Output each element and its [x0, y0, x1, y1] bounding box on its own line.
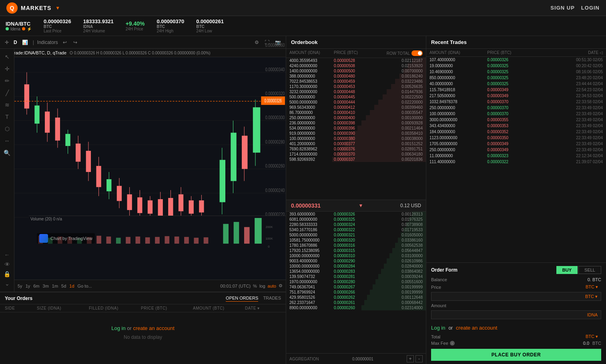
orderbook-buy-row[interactable]: 9003.40000000 0.00000290 0.02610986 [286, 258, 426, 264]
ob-agg-plus[interactable]: + [407, 355, 414, 362]
goto-btn[interactable]: Go to... [78, 284, 92, 288]
orderbook-buy-row[interactable]: 262.23371647 0.00000261 0.00068442 [286, 300, 426, 305]
orderbook-sell-row[interactable]: 388.00000000 0.00000480 0.00186240 [286, 74, 426, 79]
orderbook-header: Orderbook [286, 36, 426, 49]
rt-date: 21:39:07 02/04 [545, 160, 603, 164]
orderbook-buy-row[interactable]: 1970.00000000 0.00000280 0.00551600 [286, 279, 426, 284]
crosshair-tool[interactable]: ✛ [2, 64, 13, 74]
orderbook-sell-row[interactable]: 86.70000000 0.00000410 0.00035547 [286, 110, 426, 115]
orderbook-sell-row[interactable]: 969.56343000 0.00000412 0.00399460 [286, 105, 426, 110]
log-btn[interactable]: log [259, 284, 265, 288]
signup-button[interactable]: SIGN UP [550, 5, 574, 11]
orderbook-buy-row[interactable]: 8900.00000000 0.00000260 0.02314000 [286, 305, 426, 310]
orderbook-sell-row[interactable]: 534.00000000 0.00000396 0.00211464 [286, 126, 426, 131]
orderbook-buy-row[interactable]: 13654.00000000 0.00000283 0.03864082 [286, 269, 426, 274]
recent-trade-row: 250.00000000 0.00000349 22:33:49 02/04 [426, 147, 606, 153]
orderbook-sell-row[interactable]: 100.00000000 0.00000380 0.00038000 [286, 136, 426, 141]
lock-tool[interactable]: 🔒 [2, 269, 13, 279]
orderbook-sell-row[interactable]: 3232.00000000 0.00000448 0.01447936 [286, 89, 426, 94]
timeframe-1y[interactable]: 1y [26, 284, 30, 288]
orderbook-sell-row[interactable]: 1170.30000000 0.00000453 0.00526635 [286, 84, 426, 89]
svg-rect-50 [189, 200, 194, 214]
orderbook-buy-row[interactable]: 751.87969924 0.00000266 0.00199999 [286, 290, 426, 295]
percent-btn[interactable]: % [253, 284, 257, 288]
pattern-tool[interactable]: ⬡ [2, 124, 13, 134]
pen-tool[interactable]: ✏ [2, 76, 13, 86]
orderbook-sell-row[interactable]: 236.00000000 0.00000398 0.00093928 [286, 120, 426, 126]
orderbook-sell-row[interactable]: 401.20000000 0.00000377 0.00151252 [286, 141, 426, 146]
measure-tool[interactable]: ↔ [2, 136, 13, 146]
cursor-tool[interactable]: ↖ [2, 52, 13, 62]
orderbook-buy-row[interactable]: 429.95801526 0.00000262 0.00112648 [286, 295, 426, 300]
orderbook-sell-row[interactable]: 598.92069392 0.00000337 0.00201836 [286, 157, 426, 162]
timeframe-5y[interactable]: 5y [18, 284, 22, 288]
orderbook-buy-row[interactable]: 6081.00000000 0.00000325 0.01976325 [286, 217, 426, 222]
ob-agg-minus[interactable]: - [415, 355, 423, 362]
chart-settings-icon[interactable]: ⚙ [279, 283, 283, 288]
orderbook-sell-row[interactable]: 4000.35595493 0.00000528 0.02112187 [286, 58, 426, 63]
timeframe-1d[interactable]: 1d [69, 284, 74, 288]
timeframe-1m[interactable]: 1m [52, 284, 58, 288]
orderbook-buy-row[interactable]: 139.59074732 0.00000281 0.00039244 [286, 274, 426, 279]
rt-date: 22:33:49 02/04 [545, 106, 603, 110]
orderbook-sell-row[interactable]: 1714.00000000 0.00000370 0.00634180 [286, 152, 426, 157]
price-input-row[interactable]: BTC ▾ [431, 292, 601, 301]
form-login-link[interactable]: Log in [431, 325, 445, 331]
text-tool[interactable]: T [2, 112, 13, 122]
open-orders-tab[interactable]: OPEN ORDERS [226, 295, 258, 302]
trades-tab[interactable]: TRADES [263, 295, 281, 302]
fib-tool[interactable]: ≋ [2, 100, 13, 110]
ob-price: 0.00000280 [334, 280, 378, 284]
ob-toggle[interactable] [411, 50, 423, 56]
markets-label[interactable]: MARKETS [21, 5, 51, 11]
login-button[interactable]: LOGIN [581, 5, 600, 11]
amount-input-row[interactable]: IDNA [431, 310, 601, 319]
eye-tool[interactable]: 👁 [2, 260, 13, 269]
back-tool[interactable]: ← [2, 250, 13, 260]
timeframe-3m[interactable]: 3m [43, 284, 49, 288]
orderbook-sell-row[interactable]: 7022.84538653 0.00000459 0.03223486 [286, 79, 426, 84]
orderbook-buy-row[interactable]: 10581.75000000 0.00000320 0.03386160 [286, 238, 426, 243]
orderbook-sell-row[interactable]: 500.00000000 0.00000445 0.00222500 [286, 94, 426, 100]
ob-agg-value: 0.00000001 [352, 357, 373, 361]
orderbook-sell-row[interactable]: 250.00000000 0.00000400 0.00100000 [286, 115, 426, 120]
orders-tabs: OPEN ORDERS TRADES [226, 295, 281, 302]
orders-login-link[interactable]: Log in [111, 325, 125, 331]
rt-price: 0.00000350 [487, 136, 545, 140]
place-buy-order-button[interactable]: PLACE BUY ORDER [431, 349, 601, 361]
price-input[interactable] [431, 292, 582, 300]
form-create-link[interactable]: create an account [456, 325, 497, 331]
ob-amount: 1714.00000000 [289, 152, 334, 156]
rt-price: 0.00000370 [487, 106, 545, 110]
orderbook-buy-row[interactable]: 2280.58333333 0.00000324 0.00738908 [286, 222, 426, 227]
sell-tab[interactable]: SELL [578, 266, 601, 274]
maxfee-info-icon[interactable]: i [450, 341, 455, 346]
orderbook-buy-row[interactable]: 17920.15238095 0.00000315 0.05644847 [286, 248, 426, 253]
timeframe-6m[interactable]: 6m [33, 284, 39, 288]
orderbook-sell-row[interactable]: 4240.00000000 0.00000508 0.02153920 [286, 63, 426, 68]
orders-create-link[interactable]: create an account [133, 325, 174, 331]
orderbook-sell-row[interactable]: 1400.00000000 0.00000500 0.00700000 [286, 68, 426, 74]
col-amount: AMOUNT (BTC) [193, 306, 245, 310]
orderbook-buy-row[interactable]: 393.60000000 0.00000326 0.00128313 [286, 212, 426, 217]
orderbook-buy-row[interactable]: 1780.18670886 0.00000316 0.00562538 [286, 243, 426, 248]
ob-amount: 1170.30000000 [289, 84, 334, 89]
orderbook-buy-row[interactable]: 10000.00000000 0.00000284 0.02840000 [286, 264, 426, 269]
orderbook-sell-row[interactable]: 919.00000000 0.00000390 0.00358410 [286, 131, 426, 136]
zoom-tool[interactable]: 🔍 [2, 148, 13, 158]
logo-icon[interactable]: Q [6, 2, 18, 14]
orderbook-buy-row[interactable]: 5000.00000000 0.00000321 0.01605000 [286, 232, 426, 238]
orderbook-buy-row[interactable]: 749.06367041 0.00000267 0.00199999 [286, 284, 426, 290]
orderbook-sell-row[interactable]: 5000.00000000 0.00000444 0.02220000 [286, 100, 426, 105]
buy-tab[interactable]: BUY [556, 266, 578, 274]
auto-btn[interactable]: auto [268, 284, 276, 288]
orderbook-buy-row[interactable]: 10000.00000000 0.00000310 0.03100000 [286, 253, 426, 258]
orderbook-sell-row[interactable]: 7690.82838962 0.00000376 0.02891751 [286, 146, 426, 152]
timeframe-5d[interactable]: 5d [61, 284, 66, 288]
scroll-tool[interactable]: ⌄ [2, 279, 13, 288]
crosshair-tool[interactable]: ✛ [3, 39, 10, 46]
orderbook-buy-row[interactable]: 5340.16770186 0.00000322 0.01719533 [286, 227, 426, 232]
amount-input[interactable] [431, 311, 584, 319]
orders-title: Your Orders [5, 296, 32, 301]
trendline-tool[interactable]: ╱ [2, 88, 13, 98]
